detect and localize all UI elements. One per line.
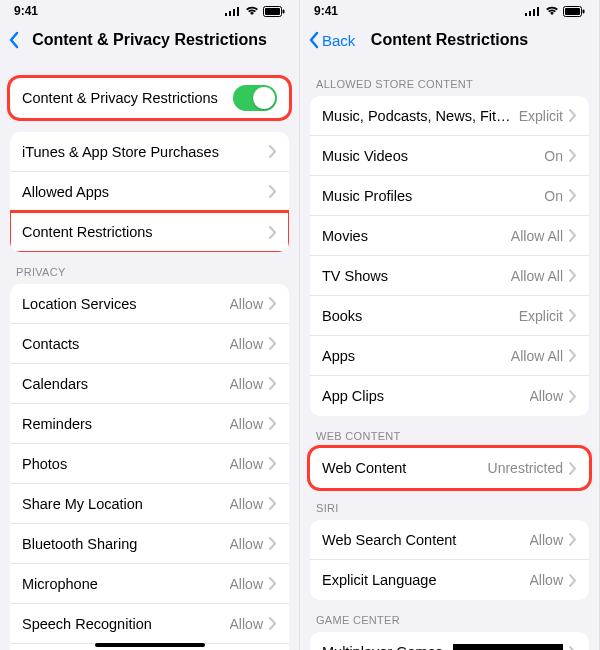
content-restrictions-row[interactable]: Content Restrictions [10, 212, 289, 252]
row-label: TV Shows [322, 268, 503, 284]
chevron-right-icon [269, 537, 277, 550]
scroll-right[interactable]: ALLOWED STORE CONTENT Music, Podcasts, N… [300, 60, 599, 650]
row-label: App Clips [322, 388, 522, 404]
row-label: Bluetooth Sharing [22, 536, 222, 552]
svg-rect-8 [529, 11, 531, 16]
privacy-header: PRIVACY [10, 266, 289, 284]
web-content-row[interactable]: Web Content Unrestricted [310, 448, 589, 488]
status-time: 9:41 [314, 4, 338, 18]
allowed-store-row[interactable]: MoviesAllow All [310, 216, 589, 256]
svg-rect-1 [229, 11, 231, 16]
privacy-row[interactable]: RemindersAllow [10, 404, 289, 444]
allowed-store-card: Music, Podcasts, News, FitnessExplicitMu… [310, 96, 589, 416]
siri-row[interactable]: Explicit LanguageAllow [310, 560, 589, 600]
chevron-right-icon [269, 577, 277, 590]
row-detail: Allow All [511, 268, 563, 284]
status-right [225, 6, 285, 17]
row-label: iTunes & App Store Purchases [22, 144, 263, 160]
status-bar: 9:41 [0, 0, 299, 20]
home-indicator [95, 643, 205, 647]
svg-rect-13 [583, 9, 585, 13]
svg-rect-2 [233, 9, 235, 16]
siri-row[interactable]: Web Search ContentAllow [310, 520, 589, 560]
allowed-store-row[interactable]: AppsAllow All [310, 336, 589, 376]
chevron-right-icon [569, 533, 577, 546]
chevron-right-icon [569, 574, 577, 587]
row-label: Location Services [22, 296, 222, 312]
back-button-left[interactable] [8, 31, 22, 49]
back-button-right[interactable]: Back [308, 31, 355, 49]
row-label: Allowed Apps [22, 184, 263, 200]
allowed-store-row[interactable]: Music, Podcasts, News, FitnessExplicit [310, 96, 589, 136]
row-label: Speech Recognition [22, 616, 222, 632]
gamecenter-card: Multiplayer Games Allow with Everyone [310, 632, 589, 650]
nav-bar-right: Back Content Restrictions [300, 20, 599, 60]
row-detail: Allow [230, 616, 263, 632]
chevron-right-icon [269, 297, 277, 310]
cellular-icon [225, 6, 241, 16]
row-label: Photos [22, 456, 222, 472]
row-label: Books [322, 308, 511, 324]
allowed-store-row[interactable]: Music ProfilesOn [310, 176, 589, 216]
privacy-row[interactable]: MicrophoneAllow [10, 564, 289, 604]
allowed-store-row[interactable]: TV ShowsAllow All [310, 256, 589, 296]
row-detail: Explicit [519, 308, 563, 324]
webcontent-header: WEB CONTENT [310, 430, 589, 448]
row-detail: Allow All [511, 348, 563, 364]
privacy-row[interactable]: Location ServicesAllow [10, 284, 289, 324]
svg-rect-10 [537, 7, 539, 16]
row-detail: Allow [230, 496, 263, 512]
multiplayer-games-row[interactable]: Multiplayer Games Allow with Everyone [310, 632, 589, 650]
chevron-right-icon [569, 109, 577, 122]
row-label: Music Videos [322, 148, 536, 164]
privacy-row[interactable]: CalendarsAllow [10, 364, 289, 404]
row-label: Multiplayer Games [322, 644, 445, 650]
chevron-right-icon [569, 189, 577, 202]
chevron-right-icon [269, 417, 277, 430]
row-label: Microphone [22, 576, 222, 592]
back-label: Back [322, 32, 355, 49]
privacy-row[interactable]: PhotosAllow [10, 444, 289, 484]
row-label: Apps [322, 348, 503, 364]
row-detail: Allow [230, 296, 263, 312]
siri-header: SIRI [310, 502, 589, 520]
row-detail: Allow with Everyone [453, 644, 563, 650]
nav-title-right: Content Restrictions [371, 31, 528, 49]
row-detail: Allow [230, 336, 263, 352]
allowed-apps-row[interactable]: Allowed Apps [10, 172, 289, 212]
privacy-card: Location ServicesAllowContactsAllowCalen… [10, 284, 289, 650]
chevron-right-icon [269, 457, 277, 470]
status-bar: 9:41 [300, 0, 599, 20]
allowed-header: ALLOWED STORE CONTENT [310, 78, 589, 96]
row-label: Explicit Language [322, 572, 522, 588]
allowed-store-row[interactable]: Music VideosOn [310, 136, 589, 176]
privacy-row[interactable]: ContactsAllow [10, 324, 289, 364]
content-privacy-toggle-row[interactable]: Content & Privacy Restrictions [10, 78, 289, 118]
toggle-switch[interactable] [233, 85, 277, 111]
toggle-label: Content & Privacy Restrictions [22, 90, 233, 106]
chevron-right-icon [569, 149, 577, 162]
allowed-store-row[interactable]: BooksExplicit [310, 296, 589, 336]
wifi-icon [245, 6, 259, 16]
chevron-right-icon [569, 349, 577, 362]
scroll-left[interactable]: Content & Privacy Restrictions iTunes & … [0, 60, 299, 650]
allowed-store-row[interactable]: App ClipsAllow [310, 376, 589, 416]
svg-rect-12 [565, 8, 580, 15]
chevron-right-icon [569, 390, 577, 403]
row-detail: Explicit [519, 108, 563, 124]
privacy-row[interactable]: Speech RecognitionAllow [10, 604, 289, 644]
svg-rect-9 [533, 9, 535, 16]
row-detail: Allow [230, 416, 263, 432]
chevron-right-icon [269, 377, 277, 390]
chevron-right-icon [569, 229, 577, 242]
row-label: Web Search Content [322, 532, 522, 548]
privacy-row[interactable]: Bluetooth SharingAllow [10, 524, 289, 564]
nav-title-left: Content & Privacy Restrictions [32, 31, 267, 49]
privacy-row[interactable]: Share My LocationAllow [10, 484, 289, 524]
svg-rect-7 [525, 13, 527, 16]
itunes-row[interactable]: iTunes & App Store Purchases [10, 132, 289, 172]
svg-rect-3 [237, 7, 239, 16]
chevron-right-icon [569, 462, 577, 475]
siri-card: Web Search ContentAllowExplicit Language… [310, 520, 589, 600]
chevron-right-icon [269, 617, 277, 630]
